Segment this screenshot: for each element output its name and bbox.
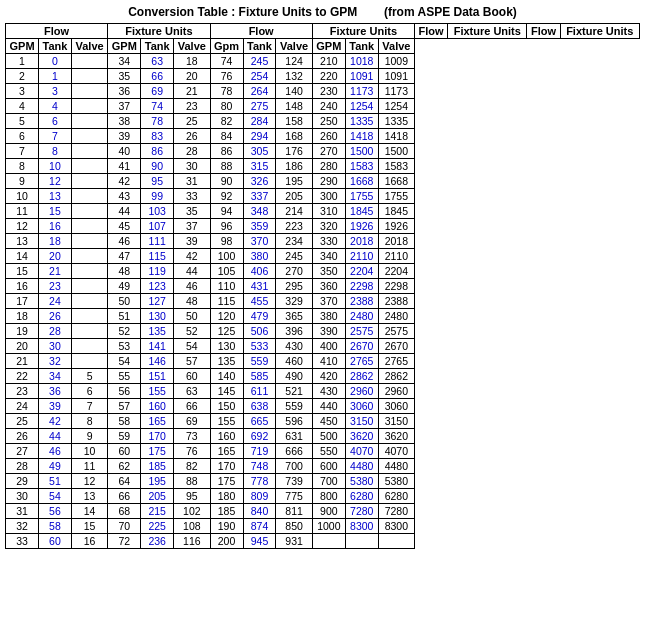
table-cell: 80 [210, 99, 243, 114]
table-cell: 105 [210, 264, 243, 279]
table-cell: 2204 [345, 264, 378, 279]
table-cell: 1755 [378, 189, 414, 204]
table-row: 1623491234611043129536022982298 [6, 279, 640, 294]
table-cell: 2388 [378, 294, 414, 309]
table-cell: 1418 [345, 129, 378, 144]
table-cell: 6 [6, 129, 39, 144]
table-cell: 205 [276, 189, 312, 204]
table-cell: 4 [39, 99, 72, 114]
table-cell: 1091 [345, 69, 378, 84]
table-cell: 46 [174, 279, 210, 294]
table-row: 32581570225108190874850100083008300 [6, 519, 640, 534]
table-cell: 245 [243, 54, 276, 69]
h1-flow-1: Flow [6, 24, 108, 39]
table-cell: 48 [174, 294, 210, 309]
table-cell: 60 [39, 534, 72, 549]
table-cell: 32 [39, 354, 72, 369]
table-cell: 127 [141, 294, 174, 309]
table-row: 103463187424512421010181009 [6, 54, 640, 69]
table-cell: 110 [210, 279, 243, 294]
table-cell: 24 [6, 399, 39, 414]
header-row-1: Flow Fixture Units Flow Fixture Units Fl… [6, 24, 640, 39]
table-cell: 66 [174, 399, 210, 414]
table-cell: 315 [243, 159, 276, 174]
table-row: 1724501274811545532937023882388 [6, 294, 640, 309]
table-cell: 37 [108, 99, 141, 114]
table-row: 9124295319032619529016681668 [6, 174, 640, 189]
table-cell: 700 [276, 459, 312, 474]
table-cell: 52 [108, 324, 141, 339]
table-cell: 2670 [378, 339, 414, 354]
table-cell: 270 [276, 264, 312, 279]
table-cell: 140 [210, 369, 243, 384]
h1-fixture-1: Fixture Units [108, 24, 210, 39]
table-cell: 900 [312, 504, 345, 519]
table-cell: 30 [6, 489, 39, 504]
table-cell: 37 [174, 219, 210, 234]
table-cell: 31 [6, 504, 39, 519]
table-cell: 10 [39, 159, 72, 174]
table-cell [312, 534, 345, 549]
table-cell: 15 [6, 264, 39, 279]
table-cell: 2298 [378, 279, 414, 294]
table-cell: 778 [243, 474, 276, 489]
table-cell: 550 [312, 444, 345, 459]
table-cell: 83 [141, 129, 174, 144]
conversion-table: Flow Fixture Units Flow Fixture Units Fl… [5, 23, 640, 549]
table-cell: 2765 [378, 354, 414, 369]
table-cell: 2298 [345, 279, 378, 294]
table-cell: 15 [71, 519, 107, 534]
table-cell: 45 [108, 219, 141, 234]
table-cell: 19 [6, 324, 39, 339]
table-cell: 116 [174, 534, 210, 549]
table-cell: 41 [108, 159, 141, 174]
table-cell: 210 [312, 54, 345, 69]
table-cell: 1755 [345, 189, 378, 204]
table-row: 2132541465713555946041027652765 [6, 354, 640, 369]
table-cell: 6280 [345, 489, 378, 504]
table-cell: 1254 [378, 99, 414, 114]
table-cell: 155 [210, 414, 243, 429]
table-cell: 150 [210, 399, 243, 414]
table-cell: 420 [312, 369, 345, 384]
table-cell: 13 [6, 234, 39, 249]
table-cell: 186 [276, 159, 312, 174]
table-cell: 230 [312, 84, 345, 99]
table-cell [71, 144, 107, 159]
table-cell: 64 [108, 474, 141, 489]
table-cell: 59 [108, 429, 141, 444]
table-cell: 82 [174, 459, 210, 474]
table-cell: 62 [108, 459, 141, 474]
table-cell [71, 339, 107, 354]
table-cell [71, 174, 107, 189]
table-cell: 7280 [378, 504, 414, 519]
table-cell: 1500 [378, 144, 414, 159]
table-cell: 3150 [345, 414, 378, 429]
table-cell: 430 [312, 384, 345, 399]
table-cell: 54 [174, 339, 210, 354]
table-cell: 74 [141, 99, 174, 114]
table-cell: 51 [39, 474, 72, 489]
table-row: 673983268429416826014181418 [6, 129, 640, 144]
table-cell [71, 354, 107, 369]
table-cell: 280 [312, 159, 345, 174]
table-cell: 8300 [345, 519, 378, 534]
table-cell: 2480 [345, 309, 378, 324]
table-cell: 17 [6, 294, 39, 309]
table-cell: 146 [141, 354, 174, 369]
h2-gpm-1: GPM [6, 39, 39, 54]
table-cell: 1 [6, 54, 39, 69]
table-cell: 47 [108, 249, 141, 264]
table-cell: 50 [174, 309, 210, 324]
table-cell: 1668 [345, 174, 378, 189]
table-cell: 95 [141, 174, 174, 189]
table-cell: 168 [276, 129, 312, 144]
table-cell: 48 [108, 264, 141, 279]
table-cell: 4480 [345, 459, 378, 474]
table-cell: 69 [141, 84, 174, 99]
table-cell: 275 [243, 99, 276, 114]
table-cell: 120 [210, 309, 243, 324]
table-cell: 290 [312, 174, 345, 189]
table-cell: 4070 [345, 444, 378, 459]
table-cell: 46 [108, 234, 141, 249]
